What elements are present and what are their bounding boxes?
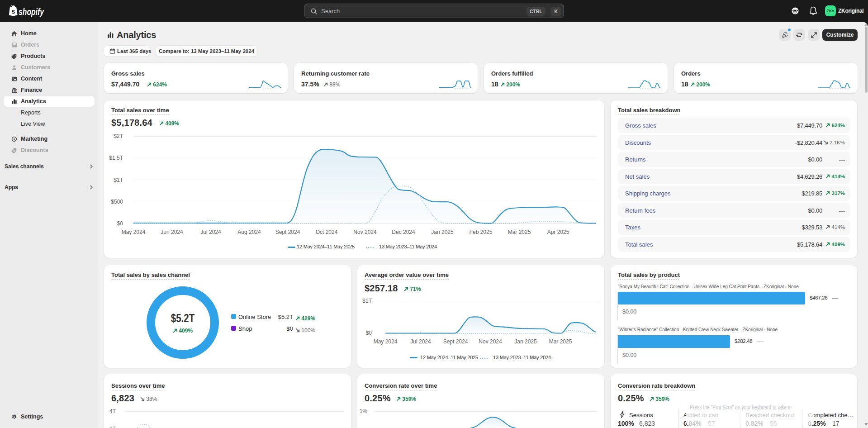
svg-text:S: S <box>12 9 15 14</box>
svg-text:shopify: shopify <box>19 7 44 17</box>
